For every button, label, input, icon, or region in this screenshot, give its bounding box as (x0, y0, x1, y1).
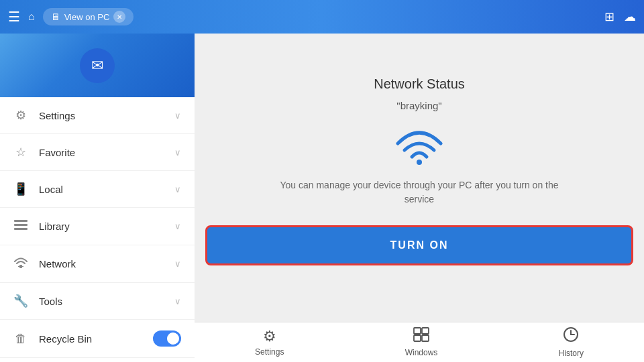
sidebar-item-settings-label: Settings (39, 110, 164, 121)
avatar-icon: ✉ (91, 57, 103, 74)
cloud-icon[interactable]: ☁ (624, 9, 636, 24)
sidebar-item-library[interactable]: Library ∨ (0, 208, 195, 245)
main-layout: ✉ ⚙ Settings ∨ ☆ Favorite ∨ 📱 Local ∨ (0, 34, 644, 362)
sidebar-header: ✉ (0, 34, 195, 97)
sidebar-item-library-label: Library (39, 221, 164, 232)
network-desc: You can manage your device through your … (265, 178, 574, 206)
sidebar-item-recycle-bin[interactable]: 🗑 Recycle Bin (0, 320, 195, 358)
svg-point-5 (417, 160, 422, 165)
avatar: ✉ (80, 48, 115, 83)
content-main: Network Status "brayking" You can manage… (195, 34, 644, 322)
svg-rect-6 (414, 328, 421, 334)
settings-tab-label: Settings (255, 347, 284, 357)
sidebar-item-favorite-label: Favorite (39, 147, 164, 158)
svg-rect-0 (14, 228, 28, 230)
menu-icon[interactable]: ☰ (8, 9, 20, 25)
phone-icon: 📱 (13, 182, 28, 196)
home-icon[interactable]: ⌂ (28, 11, 35, 23)
sidebar-item-network-label: Network (39, 258, 164, 269)
tab-history[interactable]: History (545, 324, 597, 361)
chevron-down-icon: ∨ (174, 147, 181, 158)
windows-tab-icon (413, 327, 429, 346)
settings-tab-icon: ⚙ (263, 328, 276, 345)
windows-tab-label: Windows (405, 348, 438, 357)
turn-on-btn-wrapper: TURN ON (195, 225, 644, 265)
network-ssid: "brayking" (396, 100, 441, 111)
chevron-down-icon: ∨ (174, 184, 181, 194)
sidebar: ✉ ⚙ Settings ∨ ☆ Favorite ∨ 📱 Local ∨ (0, 34, 195, 362)
history-tab-icon (563, 326, 579, 347)
sidebar-item-tools[interactable]: 🔧 Tools ∨ (0, 283, 195, 320)
svg-rect-2 (14, 220, 28, 222)
recycle-bin-icon: 🗑 (13, 332, 28, 346)
top-bar: ☰ ⌂ 🖥 View on PC ✕ ⊞ ☁ (0, 0, 644, 34)
tab-settings[interactable]: ⚙ Settings (241, 325, 297, 359)
chevron-down-icon: ∨ (174, 296, 181, 306)
tools-icon: 🔧 (13, 294, 28, 308)
recycle-bin-toggle[interactable] (153, 330, 181, 347)
sidebar-item-tools-label: Tools (39, 296, 164, 307)
bottom-tab-bar: ⚙ Settings Windows (195, 322, 644, 362)
star-icon: ☆ (13, 145, 28, 160)
top-bar-right-icons: ⊞ ☁ (604, 9, 636, 24)
content-area: Network Status "brayking" You can manage… (195, 34, 644, 362)
tab-windows[interactable]: Windows (392, 324, 451, 360)
svg-rect-7 (422, 328, 429, 334)
monitor-icon: 🖥 (51, 11, 60, 22)
network-status-title: Network Status (374, 76, 465, 92)
svg-rect-8 (414, 335, 421, 341)
network-icon (13, 256, 28, 272)
view-on-pc-button[interactable]: 🖥 View on PC ✕ (43, 8, 134, 25)
chevron-down-icon: ∨ (174, 111, 181, 121)
close-icon: ✕ (117, 13, 122, 21)
chevron-down-icon: ∨ (174, 221, 181, 231)
sidebar-item-settings[interactable]: ⚙ Settings ∨ (0, 97, 195, 134)
sidebar-item-local[interactable]: 📱 Local ∨ (0, 171, 195, 208)
chevron-down-icon: ∨ (174, 259, 181, 269)
history-tab-label: History (559, 349, 584, 358)
sidebar-item-favorite[interactable]: ☆ Favorite ∨ (0, 134, 195, 171)
sidebar-item-local-label: Local (39, 184, 164, 195)
wifi-icon (392, 125, 446, 165)
sidebar-item-recycle-bin-label: Recycle Bin (39, 333, 142, 345)
svg-rect-1 (14, 224, 28, 226)
sidebar-item-network[interactable]: Network ∨ (0, 245, 195, 283)
view-on-pc-label: View on PC (64, 12, 110, 22)
close-view-on-pc-button[interactable]: ✕ (113, 11, 125, 23)
turn-on-button[interactable]: TURN ON (205, 225, 633, 265)
svg-rect-4 (18, 266, 23, 267)
library-icon (13, 219, 28, 234)
settings-icon: ⚙ (13, 108, 28, 123)
windows-icon[interactable]: ⊞ (604, 9, 614, 24)
svg-rect-9 (422, 335, 429, 341)
